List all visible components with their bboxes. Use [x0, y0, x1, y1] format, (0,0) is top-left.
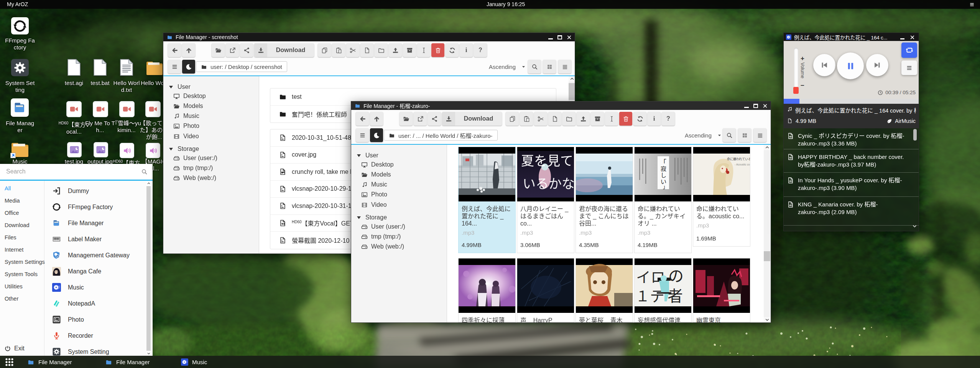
svg-text:寂: 寂 — [661, 165, 666, 172]
svg-text:し: し — [661, 172, 666, 178]
svg-text:e: e — [57, 255, 59, 258]
svg-text:1 2 3 4 5 6 7 8: 1 2 3 4 5 6 7 8 — [54, 240, 61, 241]
svg-text:」: 」 — [663, 184, 668, 190]
svg-text:の: の — [668, 268, 684, 285]
svg-text:命に嫌われている。: 命に嫌われている。 — [727, 157, 750, 161]
svg-text:- Acoustic co: - Acoustic co — [735, 163, 750, 166]
svg-text:夏を見て: 夏を見て — [521, 154, 573, 168]
svg-text:者: 者 — [668, 288, 683, 304]
svg-text:いるかな: いるかな — [523, 177, 574, 191]
svg-text:１テ: １テ — [635, 288, 664, 304]
